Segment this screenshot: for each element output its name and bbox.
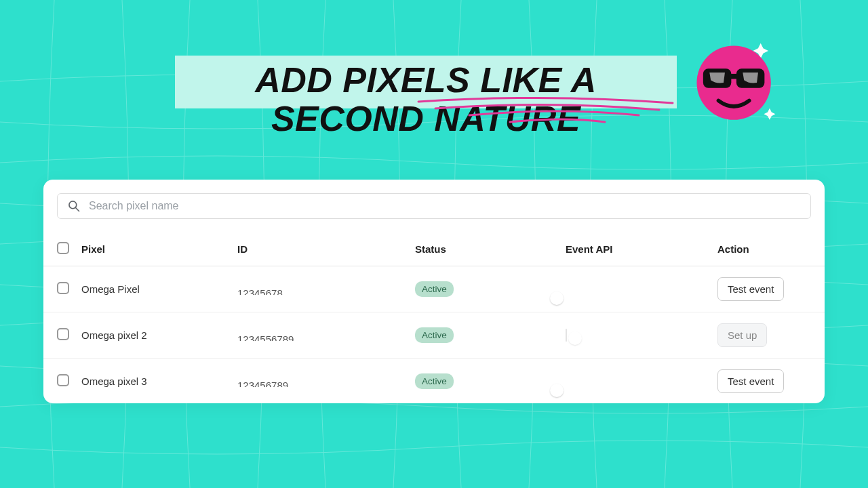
table-row: Omega pixel 21234556789ActiveSet up	[43, 312, 825, 359]
search-bar[interactable]	[57, 193, 811, 219]
sunglasses-emoji-icon	[690, 39, 780, 129]
row-checkbox[interactable]	[57, 282, 69, 294]
col-id: ID	[237, 232, 415, 266]
pixels-table: Pixel ID Status Event API Action Omega P…	[43, 232, 825, 403]
action-button[interactable]: Test event	[717, 277, 784, 301]
table-row: Omega Pixel12345678ActiveTest event	[43, 266, 825, 312]
pixel-id: 12345678	[237, 284, 415, 295]
col-event-api: Event API	[556, 232, 715, 266]
search-input[interactable]	[89, 200, 801, 212]
pixel-id: 123456789	[237, 376, 415, 387]
pixel-id: 1234556789	[237, 330, 415, 341]
svg-line-5	[76, 208, 79, 211]
status-badge: Active	[415, 281, 454, 297]
headline-banner: ADD PIXELS LIKE A SECOND NATURE	[175, 56, 677, 108]
select-all-checkbox[interactable]	[57, 242, 69, 254]
svg-rect-3	[729, 74, 739, 79]
pixel-name: Omega pixel 2	[81, 312, 237, 359]
search-icon	[67, 199, 81, 213]
pixel-name: Omega pixel 3	[81, 359, 237, 404]
status-badge: Active	[415, 327, 454, 343]
headline-text: ADD PIXELS LIKE A SECOND NATURE	[175, 56, 677, 138]
row-checkbox[interactable]	[57, 328, 69, 340]
status-badge: Active	[415, 373, 454, 389]
pixels-card: Pixel ID Status Event API Action Omega P…	[43, 180, 825, 403]
action-button[interactable]: Set up	[717, 323, 767, 347]
pixel-name: Omega Pixel	[81, 266, 237, 312]
table-row: Omega pixel 3123456789ActiveTest event	[43, 359, 825, 404]
action-button[interactable]: Test event	[717, 369, 784, 393]
col-status: Status	[415, 232, 556, 266]
col-action: Action	[715, 232, 825, 266]
row-checkbox[interactable]	[57, 374, 69, 386]
event-api-toggle[interactable]	[566, 329, 567, 342]
col-pixel: Pixel	[81, 232, 237, 266]
